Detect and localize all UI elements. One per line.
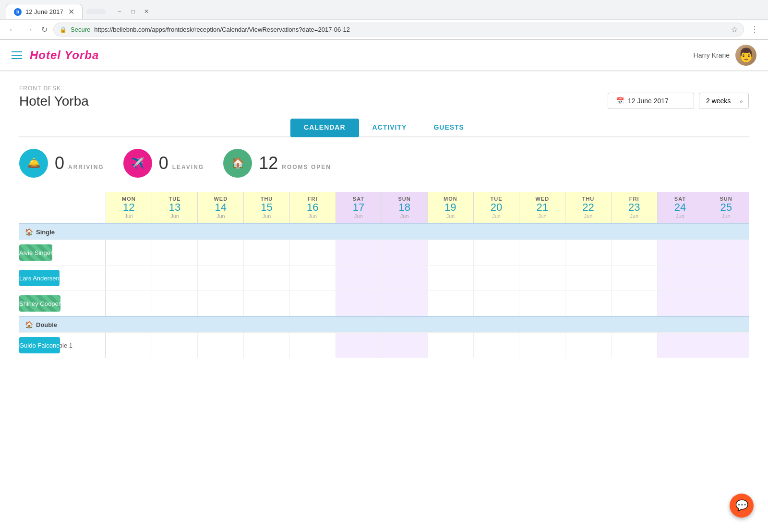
tab-title: 12 June 2017 (25, 8, 63, 15)
cal-day-header-13: TUE 13 Jun (152, 192, 198, 223)
stat-leaving-text: 0 LEAVING (159, 153, 204, 173)
leaving-label: LEAVING (172, 164, 204, 170)
cell-single---1-21 (519, 240, 565, 265)
tab-calendar[interactable]: CALENDAR (290, 119, 359, 137)
calendar-header-row: MON 12 Jun TUE 13 Jun WED 14 Jun THU 15 … (19, 192, 749, 223)
cal-day-header-12: MON 12 Jun (106, 192, 152, 223)
cal-day-header-23: FRI 23 Jun (611, 192, 657, 223)
calendar-icon: 📅 (616, 97, 624, 105)
cell-single---2-24 (657, 266, 703, 290)
stat-rooms-text: 12 ROOMS OPEN (259, 153, 331, 173)
page-title: Hotel Yorba (19, 94, 608, 109)
cell-single---2-17 (336, 266, 382, 290)
reservation-guido-falcone[interactable]: Guido Falcone (474, 337, 610, 353)
cell-single---2-15 (243, 266, 289, 290)
browser-chrome: b 12 June 2017 ✕ – □ ✕ ← → ↻ 🔒 Secure ht… (0, 0, 768, 40)
cell-single---2-22 (565, 266, 611, 290)
bookmark-icon[interactable]: ☆ (731, 25, 738, 34)
new-tab-area (86, 9, 106, 14)
tab-guests[interactable]: GUESTS (420, 119, 478, 137)
cell-single---3-23 (611, 291, 657, 316)
cell-single---3-14 (197, 291, 243, 316)
stat-arriving: 🛎️ 0 ARRIVING (19, 149, 104, 178)
cal-day-header-22: THU 22 Jun (565, 192, 611, 223)
room-row-single---3: Single - 3Shirley Cooper (19, 290, 749, 316)
reservation-alvie-singer[interactable]: Alvie Singer (153, 244, 335, 261)
window-controls: – □ ✕ (113, 7, 153, 16)
arriving-icon: 🛎️ (19, 149, 48, 178)
room-label: Single - 2 (19, 266, 106, 290)
cell-single---3-25 (703, 291, 749, 316)
cal-day-header-17: SAT 17 Jun (336, 192, 382, 223)
browser-tab[interactable]: b 12 June 2017 ✕ (6, 4, 83, 19)
reservation-rick-astley[interactable]: Rick Astley (107, 270, 242, 286)
reservation-shirley-cooper[interactable]: Shirley Cooper (244, 295, 472, 312)
calendar-grid: MON 12 Jun TUE 13 Jun WED 14 Jun THU 15 … (19, 192, 749, 358)
cell-single---1-24 (657, 240, 703, 265)
restore-btn[interactable]: □ (127, 7, 139, 16)
app-header: Hotel Yorba Harry Krane 👨 (0, 40, 768, 71)
cell-single---3-13 (152, 291, 198, 316)
browser-controls-bar: ← → ↻ 🔒 Secure https://bellebnb.com/apps… (0, 19, 768, 39)
stat-leaving: ✈️ 0 LEAVING (123, 149, 204, 178)
room-label: Single - 3 (19, 291, 106, 316)
cell-single---3-24 (657, 291, 703, 316)
cal-day-header-20: TUE 20 Jun (473, 192, 519, 223)
browser-menu-btn[interactable]: ⋮ (747, 23, 762, 36)
room-row-garden-double-1: Garden Double 1Chloe DupontGuido Falcone (19, 332, 749, 358)
cell-garden-double-1-14 (197, 333, 243, 358)
cal-day-header-18: SUN 18 Jun (381, 192, 427, 223)
cell-single---1-22 (565, 240, 611, 265)
cell-single---1-25 (703, 240, 749, 265)
tab-favicon: b (14, 8, 22, 16)
cell-single---2-23 (611, 266, 657, 290)
main-content: FRONT DESK Hotel Yorba 📅 12 June 2017 1 … (0, 71, 768, 372)
close-btn[interactable]: ✕ (140, 7, 153, 16)
leaving-icon: ✈️ (123, 149, 152, 178)
weeks-selector[interactable]: 1 week 2 weeks 3 weeks 4 weeks (699, 93, 749, 109)
avatar: 👨 (735, 45, 756, 66)
reservation-lars-andersen[interactable]: Lars Andersen (382, 270, 564, 286)
room-row-single---2: Single - 2Rick AstleyLars Andersen (19, 265, 749, 290)
stat-arriving-text: 0 ARRIVING (55, 153, 104, 173)
reservation-chloe-dupont[interactable]: Chloe Dupont (290, 337, 426, 353)
cell-garden-double-1-24 (657, 333, 703, 358)
address-bar[interactable]: 🔒 Secure https://bellebnb.com/apps/front… (53, 23, 744, 36)
cal-day-header-16: FRI 16 Jun (289, 192, 336, 223)
cell-single---2-25 (703, 266, 749, 290)
rooms-open-value: 12 (259, 153, 278, 173)
tab-activity[interactable]: ACTIVITY (359, 119, 420, 137)
secure-label: Secure (71, 26, 90, 33)
room-label: Single - 1 (19, 240, 106, 265)
forward-btn[interactable]: → (22, 24, 36, 36)
cell-garden-double-1-25 (703, 333, 749, 358)
minimize-btn[interactable]: – (113, 7, 126, 16)
url-text: https://bellebnb.com/apps/frontdesk/rece… (94, 26, 727, 33)
tab-close-btn[interactable]: ✕ (68, 7, 74, 16)
date-value: 12 June 2017 (628, 97, 669, 105)
cell-single---3-20 (473, 291, 519, 316)
cell-single---1-17 (336, 240, 382, 265)
cal-day-header-25: SUN 25 Jun (703, 192, 749, 223)
cal-day-header-19: MON 19 Jun (427, 192, 473, 223)
cell-single---1-12 (106, 240, 152, 265)
cell-garden-double-1-13 (152, 333, 198, 358)
hamburger-menu-btn[interactable] (12, 51, 22, 59)
back-btn[interactable]: ← (6, 24, 19, 36)
cell-single---1-18 (381, 240, 427, 265)
cell-garden-double-1-15 (243, 333, 289, 358)
room-label: Garden Double 1 (19, 333, 106, 358)
page-header-right: 📅 12 June 2017 1 week 2 weeks 3 weeks 4 … (608, 93, 749, 109)
cell-single---3-22 (565, 291, 611, 316)
cal-day-header-14: WED 14 Jun (197, 192, 243, 223)
browser-titlebar: b 12 June 2017 ✕ – □ ✕ (0, 0, 768, 19)
reload-btn[interactable]: ↻ (38, 23, 50, 36)
cell-garden-double-1-12 (106, 333, 152, 358)
category-row-single: 🏠Single (19, 223, 749, 240)
weeks-select[interactable]: 1 week 2 weeks 3 weeks 4 weeks (699, 93, 749, 109)
date-picker-btn[interactable]: 📅 12 June 2017 (608, 93, 694, 109)
cell-garden-double-1-19 (427, 333, 473, 358)
room-row-single---1: Single - 1Alvie Singer (19, 240, 749, 265)
lock-icon: 🔒 (60, 26, 67, 33)
page-header-left: FRONT DESK Hotel Yorba (19, 85, 608, 109)
